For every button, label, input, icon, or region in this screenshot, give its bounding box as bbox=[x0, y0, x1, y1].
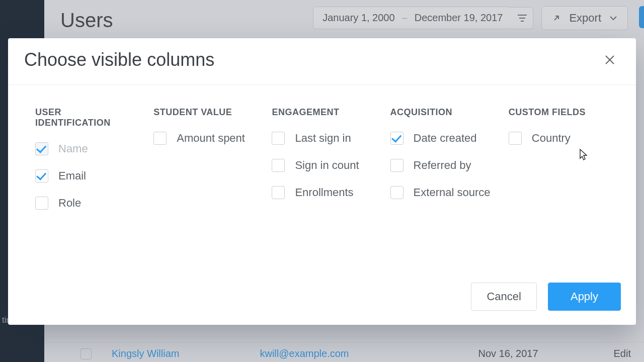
column-option[interactable]: Amount spent bbox=[153, 132, 254, 145]
column-option[interactable]: Role bbox=[35, 197, 135, 210]
modal-body: USER IDENTIFICATIONNameEmailRoleSTUDENT … bbox=[8, 85, 636, 274]
modal-header: Choose visible columns bbox=[8, 38, 636, 85]
option-label: Name bbox=[58, 142, 88, 155]
column-option: Name bbox=[35, 142, 135, 155]
column-option[interactable]: Last sign in bbox=[272, 132, 372, 145]
checkbox bbox=[35, 142, 48, 155]
column-group-heading: STUDENT VALUE bbox=[153, 107, 254, 118]
option-label: Date created bbox=[414, 132, 477, 145]
column-option[interactable]: Sign in count bbox=[272, 159, 372, 172]
apply-button[interactable]: Apply bbox=[548, 283, 621, 311]
cancel-button[interactable]: Cancel bbox=[471, 283, 536, 311]
column-group: CUSTOM FIELDSCountry bbox=[509, 107, 609, 268]
column-group: ENGAGEMENTLast sign inSign in countEnrol… bbox=[272, 107, 372, 268]
option-label: Country bbox=[532, 132, 571, 145]
column-group: USER IDENTIFICATIONNameEmailRole bbox=[35, 107, 135, 268]
column-group: STUDENT VALUEAmount spent bbox=[153, 107, 254, 268]
option-label: Role bbox=[58, 197, 81, 210]
modal-footer: Cancel Apply bbox=[8, 274, 636, 325]
column-option[interactable]: Enrollments bbox=[272, 186, 372, 199]
checkbox[interactable] bbox=[272, 132, 285, 145]
option-label: Enrollments bbox=[295, 186, 353, 199]
option-label: External source bbox=[414, 186, 491, 199]
modal-title: Choose visible columns bbox=[24, 49, 214, 70]
column-group-heading: CUSTOM FIELDS bbox=[509, 107, 609, 118]
checkbox[interactable] bbox=[35, 197, 48, 210]
column-option[interactable]: Email bbox=[35, 169, 135, 183]
option-label: Referred by bbox=[414, 159, 471, 172]
checkbox[interactable] bbox=[509, 132, 522, 145]
column-option[interactable]: External source bbox=[390, 186, 491, 199]
option-label: Sign in count bbox=[295, 159, 359, 172]
checkbox[interactable] bbox=[153, 132, 167, 145]
checkbox[interactable] bbox=[35, 169, 48, 183]
column-group-heading: ACQUISITION bbox=[390, 107, 491, 118]
option-label: Email bbox=[58, 169, 86, 183]
option-label: Last sign in bbox=[295, 132, 351, 145]
checkbox[interactable] bbox=[272, 159, 285, 172]
column-group-heading: USER IDENTIFICATION bbox=[35, 107, 135, 128]
column-option[interactable]: Date created bbox=[390, 132, 491, 145]
checkbox[interactable] bbox=[272, 186, 285, 199]
choose-columns-modal: Choose visible columns USER IDENTIFICATI… bbox=[8, 38, 636, 325]
column-option[interactable]: Referred by bbox=[390, 159, 491, 172]
close-button[interactable] bbox=[600, 50, 620, 70]
column-group: ACQUISITIONDate createdReferred byExtern… bbox=[390, 107, 491, 268]
checkbox[interactable] bbox=[390, 132, 404, 145]
column-option[interactable]: Country bbox=[509, 132, 609, 145]
checkbox[interactable] bbox=[390, 159, 404, 172]
column-group-heading: ENGAGEMENT bbox=[272, 107, 372, 118]
close-icon bbox=[604, 54, 615, 65]
checkbox[interactable] bbox=[390, 186, 404, 199]
option-label: Amount spent bbox=[177, 132, 245, 145]
